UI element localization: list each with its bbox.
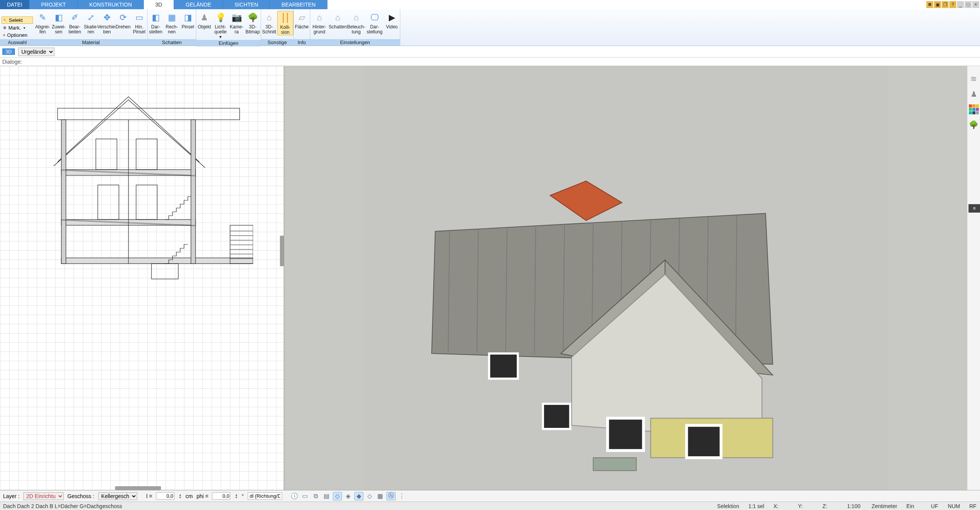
tool-skalieren[interactable]: ⤢ Skalie-ren [83,11,99,35]
clock-icon[interactable]: 🕔 [290,492,299,500]
menu-tab-projekt[interactable]: PROJEKT [30,0,78,9]
l: Dar- [151,24,160,30]
snap2-icon[interactable]: ◈ [344,492,353,500]
group-material-label: Material [35,39,147,46]
vegetation-icon[interactable]: 🌳 [969,120,979,130]
menu-tab-sichten[interactable]: SICHTEN [223,0,270,9]
tool-kamera[interactable]: 📷 Kame-ra [229,11,245,35]
house-3d-render [284,66,967,490]
layers-icon[interactable]: ≋ [969,74,979,84]
tool-flaeche[interactable]: ▱ Fläche [294,11,310,30]
svg-rect-46 [593,458,636,471]
status-selektion: Selektion [717,503,739,509]
l-label: l = [146,493,152,499]
tool-lichtquelle[interactable]: 💡 Licht-quelle ▾ [212,11,229,40]
north-icon[interactable]: Ⓝ [386,492,396,500]
rotate-icon: ⟳ [117,12,129,24]
status-x: X: [773,503,789,509]
viewport-2d-scrollbar-v[interactable] [280,236,284,266]
l: Fläche [295,24,309,30]
tool-drehen[interactable]: ⟳ Drehen [115,11,131,30]
maximize-button[interactable]: □ [965,1,972,8]
svg-rect-19 [151,264,178,279]
snap1-icon[interactable]: ◇ [333,492,342,500]
l-spinner[interactable]: ▲▼ [179,493,182,499]
box-icon[interactable]: ▣ [934,1,941,8]
tool-kollision[interactable]: ⎮⎮ Kolli-sion [277,11,293,35]
l: Schnitt [262,29,276,35]
tool-pinsel[interactable]: ◨ Pinsel [180,11,196,30]
tool-zuweisen[interactable]: ◧ Zuwei-sen [51,11,67,35]
viewport-2d[interactable] [0,66,284,490]
tool-verschieben[interactable]: ✥ Verschie-ben [99,11,115,35]
menu-tab-3d[interactable]: 3D [144,0,174,9]
tool-abgreifen[interactable]: ✎ Abgrei-fen [35,11,51,35]
l: Verschie- [97,24,117,30]
selekt-button[interactable]: ↖ Selekt [2,17,33,24]
svg-rect-3 [61,258,253,264]
tool-3dschnitt[interactable]: ⌂ 3D-Schnitt [261,11,277,35]
tool-video[interactable]: ▶ Video [384,11,400,30]
menu-tab-datei[interactable]: DATEI [0,0,30,9]
l: Zuwei- [52,24,66,30]
l: stellen [149,29,163,35]
l: beiten [69,29,81,35]
stack-icon[interactable]: ▤ [322,492,331,500]
shadow-brush-icon: ◨ [182,12,194,24]
tool-schatten-setting[interactable]: ⌂ Schatten [329,11,347,30]
grid-toggle-icon[interactable]: ▦ [376,492,385,500]
tool-3dbitmap[interactable]: 🌳 3D-Bitmap [245,11,261,35]
help-icon[interactable]: ? [949,1,956,8]
dl-input[interactable] [248,492,282,500]
phi-spinner[interactable]: ▲▼ [235,493,238,499]
snap4-icon[interactable]: ◇ [365,492,374,500]
phi-input[interactable] [212,492,230,500]
color-palette-icon[interactable] [969,104,979,114]
terrain-select[interactable]: Urgelände [18,48,54,56]
geschoss-select[interactable]: Kellergesch [98,492,137,500]
scale-icon: ⤢ [85,12,97,24]
optionen-button[interactable]: + Optionen [2,32,33,38]
cursor-icon: ↖ [3,17,7,23]
layer-select[interactable]: 2D Einrichtu [23,492,64,500]
l: tung [352,29,360,35]
furniture-icon[interactable]: ♟ [969,89,979,99]
tool-hinpinsel[interactable]: ▭ Hin.Pinsel [131,11,147,35]
tool-hintergrund[interactable]: ⌂ Hinter-grund [310,11,329,35]
close-button[interactable]: × [972,1,979,8]
play-icon: ▶ [386,12,398,24]
mark-button[interactable]: ✸ Mark. ▾ [2,25,33,31]
tool-beleuchtung[interactable]: ⌂ Beleuch-tung [347,11,365,35]
l: Kolli- [280,25,291,30]
tool-darstellung[interactable]: 🖵 Dar-stellung [365,11,384,35]
status-bar: Dach Dach 2 Dach B L=Dächer G=Dachgescho… [0,502,980,510]
copy-icon[interactable]: ❐ [942,1,949,8]
menu-tab-konstruktion[interactable]: KONSTRUKTION [78,0,144,9]
house-section-drawing [54,93,253,296]
menu-tab-bearbeiten[interactable]: BEARBEITEN [270,0,327,9]
geschoss-label: Geschoss : [67,493,94,499]
right-panel: ≋ ♟ 🌳 [967,66,980,490]
group-icon[interactable]: ⧉ [311,492,321,500]
tool-rechnen[interactable]: ▦ Rech-nen [164,11,180,35]
loop-icon[interactable]: ▭ [301,492,310,500]
tool-bearbeiten[interactable]: ✐ Bear-beiten [67,11,83,35]
l-input[interactable] [156,492,174,500]
l: 3D- [265,24,273,30]
section-icon: ⌂ [263,12,275,24]
panel-collapse-handle[interactable]: ≡ [968,204,980,213]
tool-objekt[interactable]: ♟ Objekt [196,11,212,30]
tool-darstellen[interactable]: ◧ Dar-stellen [148,11,164,35]
viewport-2d-scrollbar-h[interactable] [115,486,161,490]
menu-tab-gelaende[interactable]: GELÄNDE [174,0,223,9]
mode-badge: 3D [2,48,15,55]
phi-label: phi = [197,493,209,499]
display-icon: 🖵 [368,12,381,24]
snap3-icon[interactable]: ◆ [354,492,363,500]
viewport-3d[interactable] [284,66,967,490]
cube-icon: ◧ [150,12,162,24]
more-icon[interactable]: ⋮ [397,492,406,500]
dialog-bar: Dialoge: [0,58,980,66]
minimize-button[interactable]: _ [957,1,964,8]
toolbox-icon[interactable]: ✖ [926,1,933,8]
